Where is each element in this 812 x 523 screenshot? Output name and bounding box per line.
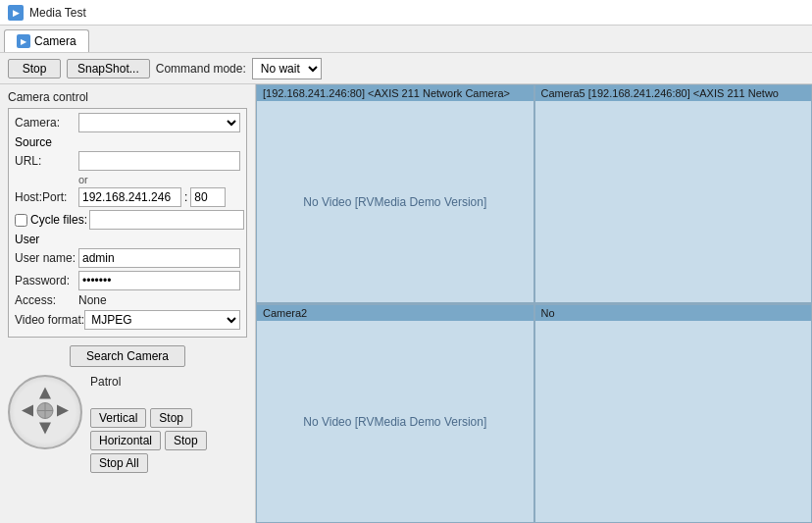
camera-label: Camera: <box>15 116 78 130</box>
video-cell-2: Camera5 [192.168.241.246:80] <AXIS 211 N… <box>534 84 813 303</box>
search-camera-row: Search Camera <box>8 345 247 367</box>
camera-tab-label: Camera <box>34 34 76 48</box>
vertical-stop-button[interactable]: Stop <box>150 408 192 428</box>
video-cell-4: No <box>534 304 813 523</box>
password-input[interactable] <box>78 271 240 290</box>
toolbar: Stop SnapShot... Command mode: No wait W… <box>0 53 812 84</box>
video-cell-3-body: No Video [RVMedia Demo Version] <box>257 321 533 522</box>
video-cell-3-header: Camera2 <box>257 305 533 321</box>
host-port-row: Host:Port: : <box>15 187 240 207</box>
username-input[interactable] <box>78 248 240 268</box>
svg-marker-1 <box>39 423 51 435</box>
video-format-row: Video format: MJPEG H264 MPEG4 <box>15 310 240 330</box>
stop-all-row: Stop All <box>90 453 207 473</box>
password-row: Password: <box>15 271 240 290</box>
svg-marker-0 <box>39 388 51 399</box>
port-input[interactable] <box>190 187 226 207</box>
app-title: Media Test <box>29 6 86 20</box>
video-cell-2-body <box>535 101 812 302</box>
patrol-buttons: Vertical Stop Horizontal Stop Stop All <box>90 408 207 473</box>
video-cell-4-header: No <box>535 305 812 321</box>
stop-button[interactable]: Stop <box>8 59 61 78</box>
horizontal-stop-button[interactable]: Stop <box>165 431 207 450</box>
camera-row: Camera: <box>15 113 240 132</box>
patrol-title: Patrol <box>90 375 207 389</box>
snapshot-button[interactable]: SnapShot... <box>67 59 150 78</box>
camera-control-box: Camera: Source URL: or Host:Port: : <box>8 108 247 338</box>
command-mode-select[interactable]: No wait Wait Sync <box>252 58 322 79</box>
port-separator: : <box>184 190 187 204</box>
access-row: Access: None <box>15 293 240 307</box>
or-text: or <box>15 174 240 185</box>
title-bar: ▶ Media Test <box>0 0 812 26</box>
camera-select[interactable] <box>78 113 240 132</box>
right-panel: [192.168.241.246:80] <AXIS 211 Network C… <box>256 84 812 523</box>
video-cell-1-header: [192.168.241.246:80] <AXIS 211 Network C… <box>257 85 533 101</box>
patrol-compass[interactable] <box>8 375 82 449</box>
camera-control-title: Camera control <box>8 90 247 104</box>
vertical-patrol-row: Vertical Stop <box>90 408 207 428</box>
cycle-files-input[interactable] <box>89 210 244 230</box>
left-panel: Camera control Camera: Source URL: or Ho… <box>0 84 256 523</box>
video-cell-1-no-video: No Video [RVMedia Demo Version] <box>303 195 486 209</box>
url-row: URL: <box>15 151 240 171</box>
vertical-button[interactable]: Vertical <box>90 408 146 428</box>
url-input[interactable] <box>78 151 240 171</box>
video-cell-3-no-video: No Video [RVMedia Demo Version] <box>303 415 486 429</box>
cycle-files-label: Cycle files: <box>30 213 89 227</box>
source-title: Source <box>15 135 240 149</box>
video-format-label: Video format: <box>15 313 84 327</box>
cycle-files-row: Cycle files: <box>15 210 240 230</box>
cycle-files-checkbox[interactable] <box>15 214 27 227</box>
username-row: User name: <box>15 248 240 268</box>
horizontal-patrol-row: Horizontal Stop <box>90 431 207 450</box>
camera-tab-icon: ▶ <box>17 34 30 48</box>
video-cell-1-body: No Video [RVMedia Demo Version] <box>257 101 533 302</box>
tab-bar: ▶ Camera <box>0 26 812 53</box>
app-icon: ▶ <box>8 5 24 21</box>
main-content: Camera control Camera: Source URL: or Ho… <box>0 84 812 523</box>
compass-arrows <box>16 382 75 444</box>
svg-marker-3 <box>57 405 69 417</box>
command-mode-label: Command mode: <box>156 62 246 76</box>
stop-all-button[interactable]: Stop All <box>90 453 148 473</box>
patrol-section: Patrol Vertical Stop Horizontal Stop Sto… <box>8 375 247 473</box>
tab-camera[interactable]: ▶ Camera <box>4 29 89 52</box>
host-input[interactable] <box>78 187 181 207</box>
username-label: User name: <box>15 251 78 265</box>
video-cell-3: Camera2 No Video [RVMedia Demo Version] <box>256 304 534 523</box>
video-grid-bottom: Camera2 No Video [RVMedia Demo Version] … <box>256 303 812 523</box>
video-format-select[interactable]: MJPEG H264 MPEG4 <box>84 310 240 330</box>
video-cell-2-header: Camera5 [192.168.241.246:80] <AXIS 211 N… <box>535 85 812 101</box>
host-port-label: Host:Port: <box>15 190 78 204</box>
horizontal-button[interactable]: Horizontal <box>90 431 161 450</box>
search-camera-button[interactable]: Search Camera <box>70 345 185 367</box>
user-title: User <box>15 233 240 246</box>
video-grid-top: [192.168.241.246:80] <AXIS 211 Network C… <box>256 84 812 303</box>
access-value: None <box>78 293 107 307</box>
svg-marker-2 <box>22 405 33 417</box>
video-cell-1: [192.168.241.246:80] <AXIS 211 Network C… <box>256 84 534 303</box>
url-label: URL: <box>15 154 78 168</box>
access-label: Access: <box>15 293 78 307</box>
password-label: Password: <box>15 274 78 288</box>
video-cell-4-body <box>535 321 812 522</box>
